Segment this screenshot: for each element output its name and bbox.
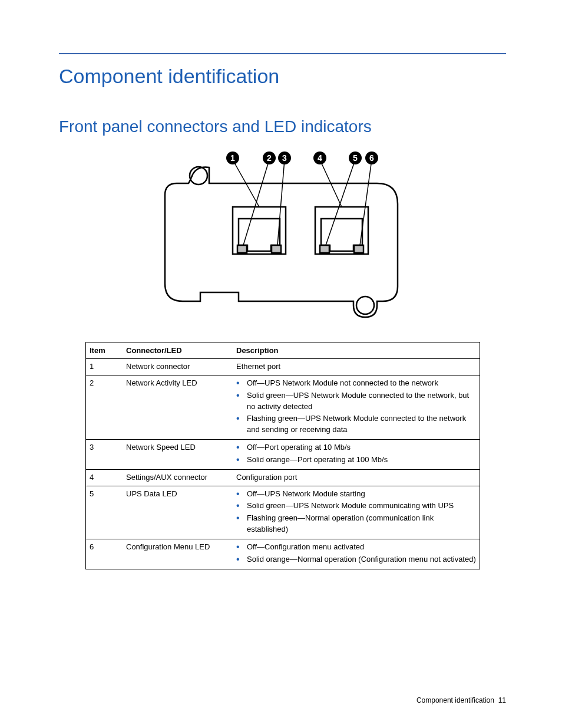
- list-item: Off—Port operating at 10 Mb/s: [247, 442, 476, 453]
- svg-rect-7: [354, 245, 363, 253]
- cell-description: Ethernet port: [233, 359, 480, 375]
- cell-item: 5: [86, 486, 123, 539]
- list-item: Solid orange—Normal operation (Configura…: [247, 554, 476, 565]
- callout-4: 4: [318, 153, 322, 163]
- list-item: Solid orange—Port operating at 100 Mb/s: [247, 454, 476, 466]
- cell-item: 1: [86, 359, 123, 375]
- list-item: Off—UPS Network Module not connected to …: [247, 378, 476, 389]
- list-item: Off—Configuration menu activated: [247, 542, 476, 553]
- cell-item: 4: [86, 469, 123, 486]
- cell-connector: Configuration Menu LED: [123, 539, 233, 569]
- front-panel-diagram: 1 2 3 4 5 6: [59, 151, 506, 324]
- list-item: Flashing green—UPS Network Module connec…: [247, 413, 476, 436]
- section-title: Front panel connectors and LED indicator…: [59, 117, 506, 136]
- table-row: 5UPS Data LEDOff—UPS Network Module star…: [86, 486, 480, 539]
- svg-rect-6: [320, 245, 329, 253]
- col-description: Description: [233, 342, 480, 359]
- cell-description: Off—Port operating at 10 Mb/sSolid orang…: [233, 440, 480, 470]
- cell-connector: Network Activity LED: [123, 375, 233, 439]
- callout-3: 3: [282, 153, 287, 163]
- cell-description: Off—UPS Network Module startingSolid gre…: [233, 486, 480, 539]
- table-row: 3Network Speed LEDOff—Port operating at …: [86, 440, 480, 470]
- list-item: Off—UPS Network Module starting: [247, 489, 476, 500]
- list-item: Solid green—UPS Network Module connected…: [247, 390, 476, 413]
- connector-led-table: Item Connector/LED Description 1Network …: [85, 342, 480, 569]
- cell-item: 3: [86, 440, 123, 470]
- svg-line-13: [360, 160, 372, 245]
- footer-section: Component identification: [416, 696, 494, 704]
- callout-5: 5: [353, 153, 358, 163]
- table-row: 2Network Activity LEDOff—UPS Network Mod…: [86, 375, 480, 439]
- cell-item: 2: [86, 375, 123, 439]
- svg-line-10: [277, 160, 285, 245]
- cell-connector: Network Speed LED: [123, 440, 233, 470]
- table-row: 1Network connectorEthernet port: [86, 359, 480, 375]
- svg-rect-3: [237, 245, 247, 253]
- svg-rect-4: [272, 245, 281, 253]
- list-item: Flashing green—Normal operation (communi…: [247, 513, 476, 535]
- cell-connector: Settings/AUX connector: [123, 469, 233, 486]
- cell-item: 6: [86, 539, 123, 569]
- svg-point-1: [356, 297, 374, 314]
- table-header-row: Item Connector/LED Description: [86, 342, 480, 359]
- callout-2: 2: [267, 153, 272, 163]
- col-connector: Connector/LED: [123, 342, 233, 359]
- cell-description: Configuration port: [233, 469, 480, 486]
- table-row: 4Settings/AUX connectorConfiguration por…: [86, 469, 480, 486]
- svg-line-12: [326, 160, 355, 245]
- col-item: Item: [86, 342, 123, 359]
- cell-description: Off—Configuration menu activatedSolid or…: [233, 539, 480, 569]
- cell-connector: Network connector: [123, 359, 233, 375]
- callout-1: 1: [230, 153, 235, 163]
- callout-6: 6: [369, 153, 374, 163]
- svg-line-9: [243, 160, 269, 245]
- page-title: Component identification: [59, 65, 506, 88]
- cell-connector: UPS Data LED: [123, 486, 233, 539]
- page-footer: Component identification 11: [416, 696, 506, 704]
- table-row: 6Configuration Menu LEDOff—Configuration…: [86, 539, 480, 569]
- cell-description: Off—UPS Network Module not connected to …: [233, 375, 480, 439]
- footer-page-number: 11: [498, 696, 506, 704]
- list-item: Solid green—UPS Network Module communica…: [247, 500, 476, 512]
